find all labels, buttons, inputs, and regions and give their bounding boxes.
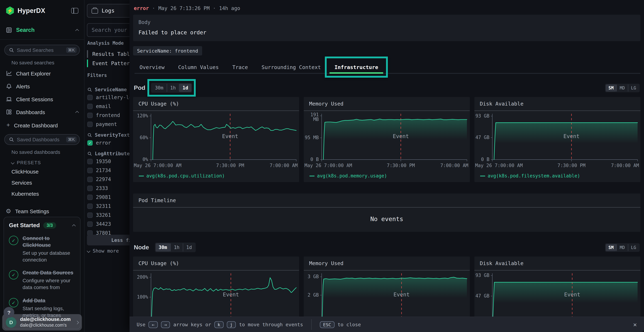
body-label: Body [138, 19, 635, 25]
node-size-md[interactable]: MD [616, 244, 628, 251]
segmented-control: 30m1h1d [155, 242, 196, 252]
sidebar-item-chart-explorer[interactable]: Chart Explorer [0, 67, 84, 80]
sidebar-item-search[interactable]: Search [0, 24, 84, 36]
checkbox[interactable] [87, 221, 93, 227]
chart-card-pod-disk-available: Disk Available93 GB47 GB0 BEventMay 26 7… [474, 97, 640, 182]
sidebar-item-team-settings[interactable]: ⚙ Team Settings [0, 205, 84, 218]
filter-option-label: 34423 [96, 221, 111, 227]
magnifier-icon [87, 132, 92, 137]
event-header: error · May 26 7:13:26 PM · 14h ago [130, 0, 644, 11]
task-text: Connect to ClickHouseSet up your databas… [22, 235, 75, 263]
filter-group-name: SeverityText [95, 132, 130, 138]
svg-text:47 GB: 47 GB [476, 293, 490, 298]
esc-key: ESC [320, 321, 334, 328]
saved-dashboards-input[interactable]: Saved Dashboards ⌘K [4, 134, 80, 145]
node-size-sm[interactable]: SM [606, 244, 616, 251]
legend-line-swatch [139, 176, 144, 176]
node-size-lg[interactable]: LG [628, 244, 639, 251]
tab-column-values[interactable]: Column Values [173, 61, 224, 74]
preset-item-kubernetes[interactable]: Kubernetes [0, 188, 84, 199]
get-started-tasks: ✓Connect to ClickHouseSet up your databa… [9, 235, 75, 318]
node-range-1h[interactable]: 1h [170, 243, 183, 252]
j-key: j [227, 321, 236, 328]
collapse-sidebar-icon[interactable] [71, 8, 78, 14]
pod-size-sm[interactable]: SM [606, 84, 616, 92]
chart-title: Disk Available [474, 97, 640, 110]
svg-text:May 26 7:00:00 AM: May 26 7:00:00 AM [475, 163, 523, 168]
checkbox[interactable] [87, 186, 93, 191]
event-age: 14h ago [219, 5, 240, 11]
chart-legend: avg(k8s.pod.filesystem.available) [474, 172, 640, 182]
pod-range-1d[interactable]: 1d [179, 84, 192, 92]
tab-overview[interactable]: Overview [134, 61, 170, 74]
tab-trace[interactable]: Trace [227, 61, 253, 74]
checkbox[interactable] [87, 95, 93, 100]
chevron-up-icon [75, 111, 79, 114]
segmented-control: SMMDLG [605, 84, 640, 92]
checkbox-checked[interactable]: ✓ [87, 140, 93, 146]
preset-item-clickhouse[interactable]: ClickHouse [0, 166, 84, 177]
chart-title: CPU Usage (%) [133, 97, 299, 110]
checkbox[interactable] [87, 159, 93, 164]
checkbox[interactable] [87, 122, 93, 127]
footer-text: to close [338, 322, 361, 327]
task-title: Create Data Sources [22, 270, 75, 276]
service-name-tag[interactable]: ServiceName: frontend [133, 46, 202, 56]
get-started-task[interactable]: ✓Create Data SourcesConfigure where your… [9, 270, 75, 291]
filter-option-label: 22974 [96, 176, 111, 182]
pod-size-md[interactable]: MD [616, 84, 628, 92]
chevron-down-icon [11, 161, 14, 164]
checkbox[interactable] [87, 104, 93, 109]
mode-indicator [87, 50, 88, 58]
node-range-1d[interactable]: 1d [183, 243, 195, 252]
task-text: Create Data SourcesConfigure where your … [22, 270, 75, 291]
close-icon[interactable]: ✕ [633, 321, 637, 328]
svg-text:Event: Event [563, 133, 580, 139]
chevron-up-icon[interactable] [72, 224, 76, 228]
get-started-task[interactable]: ✓Connect to ClickHouseSet up your databa… [9, 235, 75, 263]
pod-section-title: Pod [134, 84, 145, 92]
help-button[interactable]: ? [4, 307, 14, 318]
sidebar-item-client-sessions[interactable]: Client Sessions [0, 93, 84, 106]
pod-time-range-control: 30m1h1d [151, 83, 192, 93]
svg-text:May 26 7:00:00 AM: May 26 7:00:00 AM [304, 163, 352, 168]
tab-surrounding-context[interactable]: Surrounding Context [256, 61, 326, 74]
checkbox[interactable] [87, 194, 93, 200]
magnifier-icon [87, 151, 92, 156]
sidebar-item-alerts[interactable]: Alerts [0, 80, 84, 93]
user-menu[interactable]: D dale@clickhouse.com dale@clickhouse.co… [2, 314, 82, 330]
pod-range-1h[interactable]: 1h [166, 84, 179, 92]
checkbox[interactable] [87, 212, 93, 218]
create-dashboard-button[interactable]: + Create Dashboard [0, 118, 84, 132]
preset-item-services[interactable]: Services [0, 177, 84, 188]
cmd-k-badge: ⌘K [66, 137, 76, 142]
checkbox[interactable] [87, 112, 93, 118]
pod-timeline-card: Pod Timeline No events [133, 194, 640, 232]
checkbox[interactable] [87, 204, 93, 209]
legend-label: avg(k8s.pod.cpu.utilization) [146, 173, 225, 178]
chart-area: 93 GB47 GB0 BEventMay 26 7:00:00 AM7:30:… [474, 111, 640, 172]
legend-line-swatch [310, 176, 314, 176]
checkbox[interactable] [87, 176, 93, 182]
event-tabs: OverviewColumn ValuesTraceSurrounding Co… [134, 61, 640, 74]
filter-option-label: 29081 [96, 194, 111, 200]
pod-size-lg[interactable]: LG [628, 84, 639, 92]
node-section-title: Node [134, 244, 149, 251]
saved-searches-placeholder: Saved Searches [17, 47, 63, 53]
saved-searches-input[interactable]: Saved Searches ⌘K [4, 45, 80, 56]
svg-text:120%: 120% [137, 113, 148, 118]
node-range-30m[interactable]: 30m [156, 243, 170, 252]
chart-title: Memory Used [304, 256, 470, 270]
presets-toggle[interactable]: PRESETS [0, 156, 84, 166]
plus-icon: + [6, 122, 10, 129]
svg-text:7:00:00 AM: 7:00:00 AM [611, 163, 639, 168]
task-title: Connect to ClickHouse [22, 235, 75, 248]
checkbox[interactable] [87, 168, 93, 173]
sidebar-item-dashboards[interactable]: Dashboards [0, 106, 84, 118]
tab-infrastructure[interactable]: Infrastructure [330, 61, 383, 74]
filter-option-label: email [96, 104, 111, 109]
drawer-footer: Use ← → arrow keys or k j to move throug… [130, 316, 644, 332]
sidebar-item-label: Dashboards [16, 109, 72, 115]
svg-text:0 B: 0 B [481, 157, 490, 162]
pod-range-30m[interactable]: 30m [152, 84, 166, 92]
